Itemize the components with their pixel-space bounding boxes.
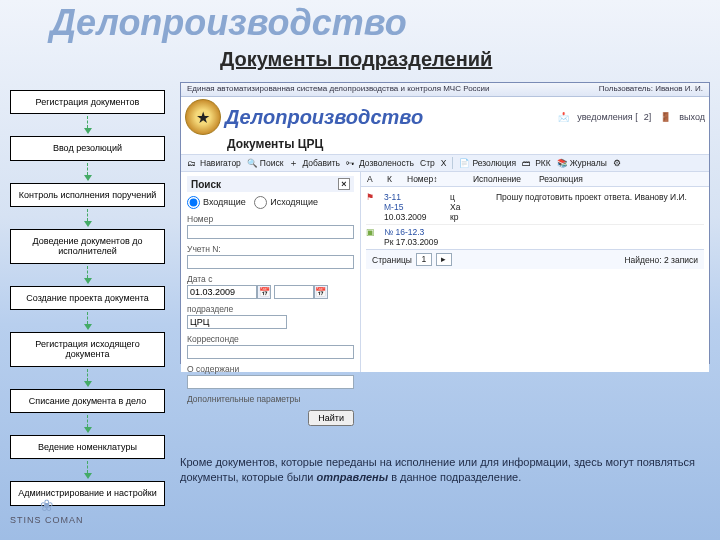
step-register-doc[interactable]: Регистрация документов xyxy=(10,90,165,114)
lbl-uch: Учетн N: xyxy=(187,244,354,254)
pager-current[interactable]: 1 xyxy=(416,253,432,266)
input-corr[interactable] xyxy=(187,345,354,359)
table-row[interactable]: ⚑ 3-11 М-15 10.03.2009 ц Ха кр Прошу под… xyxy=(366,190,704,224)
lbl-corr: Корреспонде xyxy=(187,334,354,344)
lbl-num: Номер xyxy=(187,214,354,224)
step-control[interactable]: Контроль исполнения поручений xyxy=(10,183,165,207)
tb-resolution[interactable]: 📄Резолюция xyxy=(459,158,516,168)
radio-incoming[interactable]: Входящие xyxy=(187,197,246,207)
tb-add[interactable]: ＋Добавить xyxy=(289,158,340,168)
tb-access[interactable]: 🗝Дозволеность xyxy=(346,158,414,168)
res-text: Прошу подготовить проект ответа. Иванову… xyxy=(496,192,704,202)
radio-outgoing[interactable]: Исходящие xyxy=(254,197,318,207)
tb-navigator[interactable]: 🗂Навигатор xyxy=(187,158,241,168)
step-writeoff[interactable]: Списание документа в дело xyxy=(10,389,165,413)
step-nomenclature[interactable]: Ведение номенклатуры xyxy=(10,435,165,459)
input-uch[interactable] xyxy=(187,255,354,269)
tb-search[interactable]: 🔍Поиск xyxy=(247,158,284,168)
vendor-logo: ❀ STINS COMAN xyxy=(10,496,84,525)
page-title-sub: Документы подразделений xyxy=(220,48,492,71)
page-title-main: Делопроизводство xyxy=(50,2,407,44)
app-window: Единая автоматизированная система делопр… xyxy=(180,82,710,364)
arrow-icon xyxy=(10,415,165,433)
tree-icon: 🗂 xyxy=(187,158,197,168)
extra-params-link[interactable]: Дополнительные параметры xyxy=(187,394,354,404)
arrow-icon xyxy=(10,266,165,284)
step-resolution[interactable]: Ввод резолюций xyxy=(10,136,165,160)
step-deliver[interactable]: Доведение документов до исполнителей xyxy=(10,229,165,264)
search-title: Поиск xyxy=(191,179,221,190)
plus-icon: ＋ xyxy=(289,158,299,168)
calendar-icon[interactable]: 📅 xyxy=(257,285,271,299)
find-button[interactable]: Найти xyxy=(308,410,354,426)
col-res[interactable]: Резолюция xyxy=(539,174,583,184)
book-icon: 📚 xyxy=(557,158,567,168)
exec-cell: кр xyxy=(450,212,458,222)
toolbar-main: 🗂Навигатор 🔍Поиск ＋Добавить 🗝Дозволеност… xyxy=(181,154,709,172)
doc-num-link[interactable]: 3-11 xyxy=(384,192,401,202)
doc-sub-link[interactable]: М-15 xyxy=(384,202,403,212)
exec-cell: Ха xyxy=(450,202,460,212)
input-num[interactable] xyxy=(187,225,354,239)
app-system-bar: Единая автоматизированная система делопр… xyxy=(181,83,709,97)
pager-label: Страницы xyxy=(372,255,412,265)
col-k[interactable]: К xyxy=(387,174,401,184)
slide-caption: Кроме документов, которые переданы на ис… xyxy=(180,455,710,485)
input-cont[interactable] xyxy=(187,375,354,389)
emblem-icon: ★ xyxy=(185,99,221,135)
col-num[interactable]: Номер↕ xyxy=(407,174,467,184)
logo-icon: ❀ xyxy=(10,496,84,515)
arrow-icon xyxy=(10,116,165,134)
doc-sub-link[interactable]: № 16-12.3 xyxy=(384,227,424,237)
search-icon: 🔍 xyxy=(247,158,257,168)
col-exec[interactable]: Исполнение xyxy=(473,174,533,184)
table-row[interactable]: ▣ № 16-12.3 Рк 17.03.2009 xyxy=(366,224,704,249)
key-icon: 🗝 xyxy=(346,158,356,168)
close-panel-button[interactable]: × xyxy=(338,178,350,190)
arrow-icon xyxy=(10,209,165,227)
results-footer: Страницы 1 ▸ Найдено: 2 записи xyxy=(366,249,704,269)
tb-close[interactable]: X xyxy=(441,158,447,168)
found-label: Найдено: 2 записи xyxy=(624,255,698,265)
app-brand: Делопроизводство xyxy=(225,106,423,129)
system-name: Единая автоматизированная система делопр… xyxy=(187,84,490,95)
card-icon: 🗃 xyxy=(522,158,532,168)
step-draft[interactable]: Создание проекта документа xyxy=(10,286,165,310)
row-marker-icon: ▣ xyxy=(366,227,378,237)
calendar-icon[interactable]: 📅 xyxy=(314,285,328,299)
brand-tools: 📩 уведомления [2] 🚪 выход xyxy=(552,112,705,122)
app-subhead: Документы ЦРЦ xyxy=(181,137,709,154)
user-info: Пользователь: Иванов И. И. xyxy=(599,84,703,95)
notify-link[interactable]: 📩 уведомления [2] xyxy=(558,112,652,122)
input-date-from[interactable] xyxy=(187,285,257,299)
gear-icon: ⚙ xyxy=(613,158,623,168)
exit-link[interactable]: 🚪 выход xyxy=(660,112,705,122)
search-panel: Поиск× Входящие Исходящие Номер Учетн N:… xyxy=(181,172,361,372)
tb-page[interactable]: Стр xyxy=(420,158,435,168)
arrow-icon xyxy=(10,461,165,479)
doc-date: Рк 17.03.2009 xyxy=(384,237,438,247)
tb-settings[interactable]: ⚙ xyxy=(613,158,624,168)
results-panel: А К Номер↕ Исполнение Резолюция ⚑ 3-11 М… xyxy=(361,172,709,372)
workflow-sidebar: Регистрация документов Ввод резолюций Ко… xyxy=(10,90,165,506)
pager-next[interactable]: ▸ xyxy=(436,253,452,266)
tb-journals[interactable]: 📚Журналы xyxy=(557,158,607,168)
doc-date: 10.03.2009 xyxy=(384,212,427,222)
sort-icon[interactable]: ↕ xyxy=(433,174,437,184)
lbl-dept: подразделе xyxy=(187,304,354,314)
tb-rkk[interactable]: 🗃РКК xyxy=(522,158,551,168)
input-dept[interactable] xyxy=(187,315,287,329)
arrow-icon xyxy=(10,369,165,387)
exec-cell: ц xyxy=(450,192,455,202)
col-a[interactable]: А xyxy=(367,174,381,184)
arrow-icon xyxy=(10,312,165,330)
input-date-to[interactable] xyxy=(274,285,314,299)
doc-icon: 📄 xyxy=(459,158,469,168)
arrow-icon xyxy=(10,163,165,181)
lbl-date: Дата с xyxy=(187,274,354,284)
step-register-out[interactable]: Регистрация исходящего документа xyxy=(10,332,165,367)
lbl-cont: О содержани xyxy=(187,364,354,374)
flag-icon: ⚑ xyxy=(366,192,378,202)
